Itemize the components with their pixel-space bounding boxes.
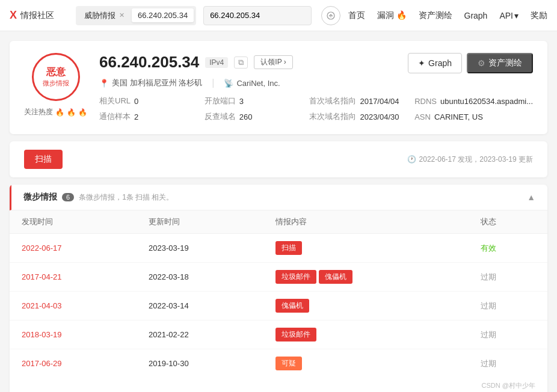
intel-tag[interactable]: 傀儡机	[319, 270, 352, 284]
isp-icon: 📡	[224, 79, 233, 88]
ip-actions: ✦ Graph ⚙ 资产测绘	[408, 53, 533, 73]
nav-reward[interactable]: 奖励	[531, 10, 547, 21]
status-badge: 过期	[469, 320, 547, 349]
table-row: 2021-04-03 2022-03-14 傀儡机 过期	[10, 292, 547, 320]
threat-badge-wrap: 恶意 微步情报 关注热度 🔥 🔥 🔥	[24, 53, 87, 117]
scan-section: 扫描 🕐 2022-06-17 发现，2023-03-19 更新	[10, 141, 547, 177]
stat-7: ASN CARINET, US	[414, 111, 533, 122]
ip-card: 恶意 微步情报 关注热度 🔥 🔥 🔥 66.240.205.34 IPv4	[10, 41, 547, 134]
asset-button-label: 资产测绘	[488, 58, 522, 69]
threat-sub: 微步情报	[43, 79, 69, 88]
ip-title-row: 66.240.205.34 IPv4 ⧉ 认领IP ›	[99, 53, 293, 72]
intel-tag[interactable]: 可疑	[275, 357, 302, 370]
found-date[interactable]: 2017-04-21	[10, 263, 137, 292]
ip-location-row: 📍 美国 加利福尼亚州 洛杉矶 | 📡 CariNet, Inc.	[99, 78, 293, 88]
table-row: 2022-06-17 2023-03-19 扫描 有效	[10, 234, 547, 263]
table-row: 2018-03-19 2021-02-22 垃圾邮件 过期	[10, 320, 547, 349]
stat-1: 开放端口 3	[205, 96, 310, 106]
location-text: 美国 加利福尼亚州 洛杉矶	[112, 78, 202, 88]
scan-date-text: 2022-06-17 发现，2023-03-19 更新	[419, 155, 533, 165]
heat-fire-3: 🔥	[78, 108, 87, 117]
intel-tag[interactable]: 傀儡机	[275, 299, 309, 313]
stat-1-value: 3	[239, 97, 244, 106]
status-badge: 有效	[469, 234, 547, 263]
intel-tag[interactable]: 垃圾邮件	[275, 328, 316, 341]
tab-ip[interactable]: 66.240.205.34	[132, 8, 194, 22]
heat-fire-2: 🔥	[67, 108, 76, 117]
main-content: 恶意 微步情报 关注热度 🔥 🔥 🔥 66.240.205.34 IPv4	[0, 31, 557, 392]
updated-date: 2022-03-14	[137, 292, 263, 320]
graph-button-label: Graph	[428, 58, 452, 68]
stat-7-label: ASN	[414, 112, 431, 121]
table-row: 2017-06-29 2019-10-30 可疑 过期	[10, 349, 547, 378]
threat-badge: 恶意 微步情报	[32, 53, 80, 101]
stat-5-value: 260	[239, 112, 253, 121]
search-input[interactable]	[210, 11, 288, 20]
nav-api[interactable]: API ▾	[499, 11, 519, 20]
scan-button[interactable]: 扫描	[24, 150, 63, 169]
nav-links: 首页 漏洞 🔥 资产测绘 Graph API ▾ 奖励	[348, 10, 547, 21]
stat-0: 相关URL 0	[99, 96, 205, 106]
stat-6: 末次域名指向 2023/04/30	[309, 111, 414, 122]
ip-info-main: 66.240.205.34 IPv4 ⧉ 认领IP › 📍 美国 加利福尼亚州 …	[99, 53, 533, 122]
stat-2-label: 首次域名指向	[309, 96, 356, 106]
heat-label: 关注热度	[24, 107, 53, 117]
stat-4-label: 通信样本	[99, 111, 131, 122]
found-date[interactable]: 2022-06-17	[10, 234, 137, 263]
ip-address: 66.240.205.34	[99, 53, 199, 72]
graph-button[interactable]: ✦ Graph	[408, 53, 462, 73]
intel-tags-cell: 垃圾邮件	[263, 320, 469, 349]
copy-button[interactable]: ⧉	[234, 57, 248, 69]
updated-date: 2021-02-22	[137, 320, 263, 349]
found-date[interactable]: 2017-06-29	[10, 349, 137, 378]
stat-4: 通信样本 2	[99, 111, 205, 122]
intel-tag[interactable]: 垃圾邮件	[275, 270, 316, 284]
col-status: 状态	[469, 210, 547, 234]
location-pin-icon: 📍	[99, 79, 109, 88]
found-date[interactable]: 2021-04-03	[10, 292, 137, 320]
claim-button[interactable]: 认领IP ›	[254, 55, 292, 69]
intel-tags-cell: 扫描	[263, 234, 469, 263]
found-date[interactable]: 2018-03-19	[10, 320, 137, 349]
tab-weibo-close[interactable]: ✕	[119, 11, 125, 19]
search-bar[interactable]	[203, 6, 312, 25]
nav-leak[interactable]: 漏洞 🔥	[377, 10, 407, 21]
collapse-button[interactable]: ▲	[527, 192, 535, 202]
col-found: 发现时间	[10, 210, 137, 234]
stat-6-label: 末次域名指向	[309, 111, 356, 122]
watermark: CSDN @村中少年	[10, 378, 547, 392]
divider: |	[212, 78, 214, 88]
heat-row: 关注热度 🔥 🔥 🔥	[24, 107, 87, 117]
heat-fire-1: 🔥	[55, 108, 64, 117]
stat-3-label: RDNS	[414, 97, 437, 106]
intel-tag[interactable]: 扫描	[275, 241, 302, 255]
tab-bar: 威胁情报 ✕ 66.240.205.34	[76, 6, 196, 25]
api-chevron-icon: ▾	[514, 11, 519, 20]
stat-5-label: 反查域名	[205, 111, 236, 122]
stat-7-value: CARINET, US	[434, 112, 483, 121]
intel-title: 微步情报	[23, 192, 57, 203]
scan-date: 🕐 2022-06-17 发现，2023-03-19 更新	[407, 155, 533, 165]
intel-sub: 条微步情报，1条 扫描 相关。	[79, 192, 173, 203]
col-updated: 更新时间	[137, 210, 263, 234]
tab-ip-label: 66.240.205.34	[138, 11, 188, 20]
status-badge: 过期	[469, 292, 547, 320]
stat-4-value: 2	[134, 112, 138, 121]
nav-home[interactable]: 首页	[348, 10, 365, 21]
intel-count-badge: 6	[62, 193, 74, 201]
intel-tags-cell: 垃圾邮件傀儡机	[263, 263, 469, 292]
table-row: 2017-04-21 2022-03-18 垃圾邮件傀儡机 过期	[10, 263, 547, 292]
ip-stats-grid: 相关URL 0 开放端口 3 首次域名指向 2017/04/04 RDNS ub…	[99, 96, 533, 122]
leak-fire-icon: 🔥	[396, 10, 407, 20]
tab-weibo[interactable]: 威胁情报 ✕	[78, 8, 131, 23]
asset-button[interactable]: ⚙ 资产测绘	[467, 53, 533, 73]
stat-0-value: 0	[134, 97, 138, 106]
stat-5: 反查域名 260	[205, 111, 310, 122]
intel-section: 微步情报 6 条微步情报，1条 扫描 相关。 ▲ 发现时间 更新时间 情报内容 …	[10, 185, 547, 392]
logo: X 情报社区	[10, 9, 64, 22]
intel-tags-cell: 傀儡机	[263, 292, 469, 320]
nav-graph[interactable]: Graph	[464, 11, 488, 20]
isp-item: 📡 CariNet, Inc.	[224, 79, 280, 88]
upload-button[interactable]	[321, 6, 340, 25]
nav-asset[interactable]: 资产测绘	[419, 10, 452, 21]
